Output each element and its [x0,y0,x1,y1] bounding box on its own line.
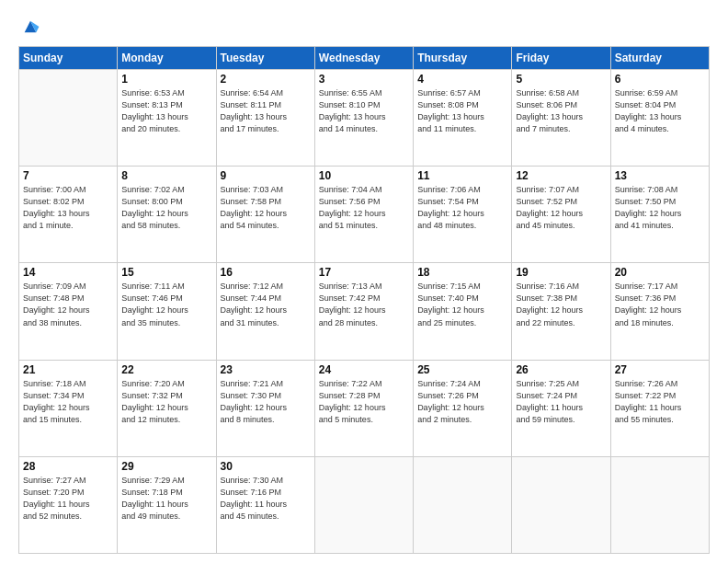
calendar-cell [512,456,610,553]
calendar-cell: 5Sunrise: 6:58 AM Sunset: 8:06 PM Daylig… [512,70,610,167]
day-info: Sunrise: 7:21 AM Sunset: 7:30 PM Dayligh… [221,378,311,426]
day-info: Sunrise: 7:25 AM Sunset: 7:24 PM Dayligh… [516,378,606,426]
day-info: Sunrise: 7:11 AM Sunset: 7:46 PM Dayligh… [121,281,211,328]
day-info: Sunrise: 7:17 AM Sunset: 7:36 PM Dayligh… [615,281,705,328]
calendar-cell: 19Sunrise: 7:16 AM Sunset: 7:38 PM Dayli… [512,263,610,360]
calendar-cell: 6Sunrise: 6:59 AM Sunset: 8:04 PM Daylig… [610,70,709,167]
calendar-cell: 23Sunrise: 7:21 AM Sunset: 7:30 PM Dayli… [216,360,314,456]
day-number: 15 [121,266,211,279]
day-number: 28 [23,460,113,473]
day-info: Sunrise: 7:08 AM Sunset: 7:50 PM Dayligh… [615,184,705,232]
day-info: Sunrise: 6:55 AM Sunset: 8:10 PM Dayligh… [319,87,409,135]
calendar-cell: 29Sunrise: 7:29 AM Sunset: 7:18 PM Dayli… [118,456,216,553]
weekday-header: Wednesday [314,47,413,70]
day-info: Sunrise: 7:27 AM Sunset: 7:20 PM Dayligh… [23,475,113,523]
day-info: Sunrise: 6:57 AM Sunset: 8:08 PM Dayligh… [417,87,507,135]
calendar-week-row: 28Sunrise: 7:27 AM Sunset: 7:20 PM Dayli… [19,456,710,553]
day-info: Sunrise: 7:09 AM Sunset: 7:48 PM Dayligh… [23,281,113,328]
day-number: 19 [516,266,606,279]
day-info: Sunrise: 7:02 AM Sunset: 8:00 PM Dayligh… [121,184,211,232]
calendar-cell: 2Sunrise: 6:54 AM Sunset: 8:11 PM Daylig… [216,70,314,167]
day-info: Sunrise: 7:15 AM Sunset: 7:40 PM Dayligh… [417,281,507,328]
day-info: Sunrise: 6:53 AM Sunset: 8:13 PM Dayligh… [121,87,211,135]
calendar-cell: 8Sunrise: 7:02 AM Sunset: 8:00 PM Daylig… [118,167,216,263]
calendar-cell [610,456,709,553]
calendar-cell: 27Sunrise: 7:26 AM Sunset: 7:22 PM Dayli… [610,360,709,456]
weekday-header: Saturday [610,47,709,70]
day-info: Sunrise: 7:13 AM Sunset: 7:42 PM Dayligh… [319,281,409,328]
calendar-week-row: 14Sunrise: 7:09 AM Sunset: 7:48 PM Dayli… [19,263,710,360]
calendar-week-row: 21Sunrise: 7:18 AM Sunset: 7:34 PM Dayli… [19,360,710,456]
day-info: Sunrise: 7:03 AM Sunset: 7:58 PM Dayligh… [221,184,311,232]
day-number: 27 [615,363,705,376]
calendar-week-row: 7Sunrise: 7:00 AM Sunset: 8:02 PM Daylig… [19,167,710,263]
day-number: 7 [23,169,113,182]
calendar-cell: 28Sunrise: 7:27 AM Sunset: 7:20 PM Dayli… [19,456,118,553]
day-info: Sunrise: 7:29 AM Sunset: 7:18 PM Dayligh… [121,475,211,523]
day-number: 1 [121,73,211,86]
day-info: Sunrise: 6:54 AM Sunset: 8:11 PM Dayligh… [221,87,311,135]
calendar-cell: 30Sunrise: 7:30 AM Sunset: 7:16 PM Dayli… [216,456,314,553]
calendar-cell: 24Sunrise: 7:22 AM Sunset: 7:28 PM Dayli… [314,360,413,456]
logo [18,17,40,37]
calendar-cell [19,70,118,167]
day-info: Sunrise: 7:22 AM Sunset: 7:28 PM Dayligh… [319,378,409,426]
calendar-cell: 18Sunrise: 7:15 AM Sunset: 7:40 PM Dayli… [414,263,512,360]
day-number: 2 [221,73,311,86]
day-number: 3 [319,73,409,86]
day-number: 9 [221,169,311,182]
calendar-cell: 17Sunrise: 7:13 AM Sunset: 7:42 PM Dayli… [314,263,413,360]
day-number: 21 [23,363,113,376]
day-info: Sunrise: 7:20 AM Sunset: 7:32 PM Dayligh… [121,378,211,426]
calendar-cell: 14Sunrise: 7:09 AM Sunset: 7:48 PM Dayli… [19,263,118,360]
weekday-header: Friday [512,47,610,70]
calendar-cell: 25Sunrise: 7:24 AM Sunset: 7:26 PM Dayli… [414,360,512,456]
calendar-cell: 26Sunrise: 7:25 AM Sunset: 7:24 PM Dayli… [512,360,610,456]
page: SundayMondayTuesdayWednesdayThursdayFrid… [0,0,728,563]
day-number: 5 [516,73,606,86]
day-info: Sunrise: 6:58 AM Sunset: 8:06 PM Dayligh… [516,87,606,135]
header [18,17,710,37]
day-info: Sunrise: 7:26 AM Sunset: 7:22 PM Dayligh… [615,378,705,426]
calendar-cell: 16Sunrise: 7:12 AM Sunset: 7:44 PM Dayli… [216,263,314,360]
calendar-cell: 13Sunrise: 7:08 AM Sunset: 7:50 PM Dayli… [610,167,709,263]
day-number: 30 [221,460,311,473]
calendar-cell: 9Sunrise: 7:03 AM Sunset: 7:58 PM Daylig… [216,167,314,263]
calendar-cell: 1Sunrise: 6:53 AM Sunset: 8:13 PM Daylig… [118,70,216,167]
day-number: 12 [516,169,606,182]
calendar-cell: 10Sunrise: 7:04 AM Sunset: 7:56 PM Dayli… [314,167,413,263]
day-number: 29 [121,460,211,473]
calendar-week-row: 1Sunrise: 6:53 AM Sunset: 8:13 PM Daylig… [19,70,710,167]
day-info: Sunrise: 6:59 AM Sunset: 8:04 PM Dayligh… [615,87,705,135]
day-info: Sunrise: 7:06 AM Sunset: 7:54 PM Dayligh… [417,184,507,232]
calendar-cell [414,456,512,553]
day-number: 11 [417,169,507,182]
day-info: Sunrise: 7:16 AM Sunset: 7:38 PM Dayligh… [516,281,606,328]
weekday-header: Sunday [19,47,118,70]
calendar-table: SundayMondayTuesdayWednesdayThursdayFrid… [18,46,710,554]
day-number: 16 [221,266,311,279]
calendar-cell: 7Sunrise: 7:00 AM Sunset: 8:02 PM Daylig… [19,167,118,263]
calendar-cell: 11Sunrise: 7:06 AM Sunset: 7:54 PM Dayli… [414,167,512,263]
day-number: 23 [221,363,311,376]
calendar-cell: 22Sunrise: 7:20 AM Sunset: 7:32 PM Dayli… [118,360,216,456]
day-number: 6 [615,73,705,86]
day-number: 4 [417,73,507,86]
calendar-cell: 4Sunrise: 6:57 AM Sunset: 8:08 PM Daylig… [414,70,512,167]
calendar-cell: 15Sunrise: 7:11 AM Sunset: 7:46 PM Dayli… [118,263,216,360]
day-info: Sunrise: 7:18 AM Sunset: 7:34 PM Dayligh… [23,378,113,426]
calendar-cell: 21Sunrise: 7:18 AM Sunset: 7:34 PM Dayli… [19,360,118,456]
logo-icon [20,17,40,37]
day-number: 10 [319,169,409,182]
day-number: 26 [516,363,606,376]
day-number: 14 [23,266,113,279]
calendar-cell: 20Sunrise: 7:17 AM Sunset: 7:36 PM Dayli… [610,263,709,360]
weekday-header: Thursday [414,47,512,70]
day-number: 25 [417,363,507,376]
weekday-header: Tuesday [216,47,314,70]
day-number: 24 [319,363,409,376]
weekday-header: Monday [118,47,216,70]
calendar-header-row: SundayMondayTuesdayWednesdayThursdayFrid… [19,47,710,70]
day-number: 22 [121,363,211,376]
day-info: Sunrise: 7:07 AM Sunset: 7:52 PM Dayligh… [516,184,606,232]
